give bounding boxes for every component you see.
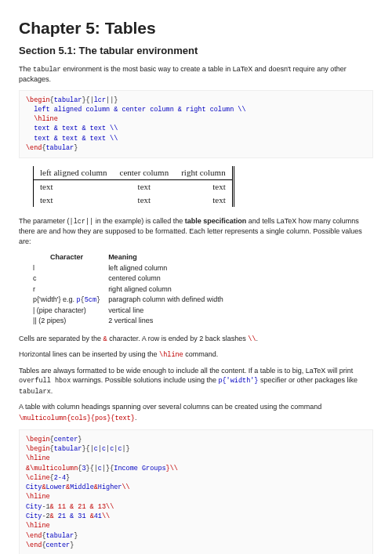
t: Cells are separated by the xyxy=(19,335,103,342)
t: City xyxy=(26,503,42,511)
td: c xyxy=(33,273,108,284)
th: center column xyxy=(114,166,176,179)
td: 2 vertical lines xyxy=(108,316,231,326)
t: }{| xyxy=(82,445,93,453)
kw: \cline xyxy=(26,474,50,482)
paragraph-multicol: A table with column headings spanning ov… xyxy=(19,402,373,411)
character-table: CharacterMeaning lleft aligned column cc… xyxy=(33,252,231,326)
t: . xyxy=(135,414,137,422)
t: } xyxy=(70,541,74,549)
t: 2-4 xyxy=(54,474,66,482)
line: left aligned column & center column & ri… xyxy=(26,106,246,114)
td: text xyxy=(114,180,176,194)
kw: center xyxy=(46,541,71,549)
kw: \begin xyxy=(26,96,50,104)
rendered-table-1: left aligned column center column right … xyxy=(33,166,234,207)
kw: \begin xyxy=(26,436,50,444)
t: 5cm xyxy=(85,296,96,304)
t: } xyxy=(66,474,70,482)
t: } xyxy=(74,532,78,540)
t: ||} xyxy=(106,96,118,104)
t: City xyxy=(26,512,42,520)
t: 21 & 31 xyxy=(54,512,90,520)
t: } xyxy=(78,436,82,444)
td: vertical line xyxy=(108,306,231,316)
line: text & text & text \\ xyxy=(26,135,118,143)
td: paragraph column with defined width xyxy=(108,294,231,305)
t: The parameter ( xyxy=(19,217,70,225)
t: 41 xyxy=(94,512,102,520)
td: || (2 pipes) xyxy=(33,316,108,326)
t: . xyxy=(51,387,53,395)
kw: \end xyxy=(26,144,42,152)
inline-code: tabular xyxy=(33,66,61,74)
t: & 11 & 21 & 13 xyxy=(50,503,106,511)
inline-code: \multicolumn{cols}{pos}{text} xyxy=(19,415,135,422)
th: Meaning xyxy=(108,252,231,263)
paragraph-multicol-cmd: \multicolumn{cols}{pos}{text}. xyxy=(19,413,373,423)
th: Character xyxy=(33,252,108,263)
t: |} xyxy=(122,445,130,453)
t: -1 xyxy=(42,503,49,511)
td: text xyxy=(175,180,233,194)
inline-code: p{'width'} xyxy=(218,377,258,385)
intro-paragraph: The tabular environment is the most basi… xyxy=(19,64,373,85)
kw: \hline xyxy=(26,522,50,530)
t: character. A row is ended by 2 back slas… xyxy=(107,335,249,342)
kw: center xyxy=(54,436,78,444)
t: A table with column headings spanning ov… xyxy=(19,403,321,411)
kw: \hline xyxy=(26,454,50,462)
td: left aligned column xyxy=(108,263,231,273)
kw: \end xyxy=(26,532,42,540)
kw: lcr xyxy=(94,96,106,104)
td: text xyxy=(34,194,114,207)
inline-code: |lcr|| xyxy=(70,218,94,226)
t: specifier or other packages like xyxy=(258,376,358,384)
line: \hline xyxy=(26,115,58,123)
kw: tabular xyxy=(54,445,82,453)
td: centered column xyxy=(108,273,231,284)
t: } xyxy=(96,296,100,304)
text: environment is the most basic way to cre… xyxy=(19,65,347,83)
t: |}{ xyxy=(102,465,114,473)
line: text & text & text \\ xyxy=(26,125,118,132)
t: p{'width'} e.g. xyxy=(33,295,76,303)
td: r xyxy=(33,284,108,294)
paragraph-spec: The parameter (|lcr|| in the example) is… xyxy=(19,216,373,246)
kw: tabular xyxy=(46,144,74,152)
td: text xyxy=(175,194,233,207)
t: \\ xyxy=(106,503,114,511)
t: \\ xyxy=(122,483,129,491)
td: l xyxy=(33,263,108,273)
paragraph-hline: Horizontal lines can be inserted by usin… xyxy=(19,349,373,360)
t: }{| xyxy=(82,96,93,104)
paragraph-cells: Cells are separated by the & character. … xyxy=(19,334,373,344)
inline-code: \hline xyxy=(159,351,183,359)
inline-code: overfull hbox xyxy=(19,377,71,385)
t: } xyxy=(74,144,78,152)
t: Tables are always formatted to be wide e… xyxy=(19,367,353,375)
t: Lower xyxy=(46,483,67,491)
kw: \end xyxy=(26,541,42,549)
t: }\\ xyxy=(166,465,178,473)
t: warnings. Possible solutions include usi… xyxy=(71,376,218,384)
kw: tabular xyxy=(54,96,82,104)
th: right column xyxy=(175,166,233,179)
code-block-2: \begin{center} \begin{tabular}{|c|c|c|c|… xyxy=(19,429,373,554)
t: . xyxy=(256,335,258,342)
t: Middle xyxy=(70,483,94,491)
td: right aligned column xyxy=(108,284,231,294)
t: Income Groups xyxy=(114,465,165,473)
kw: \hline xyxy=(26,493,50,501)
t: }{| xyxy=(86,465,98,473)
td: | (pipe character) xyxy=(33,306,108,316)
kw: tabular xyxy=(46,532,74,540)
t: \\ xyxy=(102,512,110,520)
paragraph-overfull: Tables are always formatted to be wide e… xyxy=(19,366,373,396)
td: text xyxy=(114,194,176,207)
chapter-title: Chapter 5: Tables xyxy=(19,17,373,39)
kw: \multicolumn xyxy=(30,465,78,473)
td: text xyxy=(34,180,114,194)
th: left aligned column xyxy=(34,166,114,179)
t: in the example) is called the xyxy=(93,217,185,225)
